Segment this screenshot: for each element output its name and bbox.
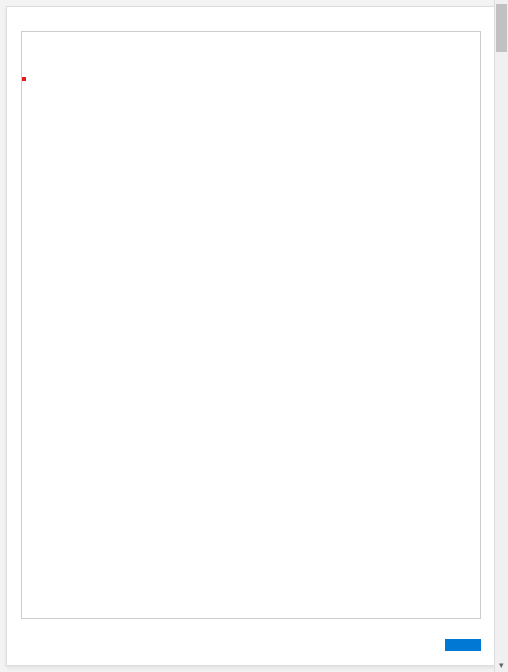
code-viewer[interactable] [21,31,481,619]
manifest-dialog [6,6,496,666]
dialog-footer [7,629,495,665]
highlight-box [22,77,26,81]
scroll-down-arrow[interactable]: ▾ [495,658,508,672]
scroll-thumb[interactable] [496,4,507,52]
dialog-header [7,7,495,27]
page-scrollbar[interactable]: ▴ ▾ [494,0,508,672]
close-button[interactable] [445,639,481,651]
